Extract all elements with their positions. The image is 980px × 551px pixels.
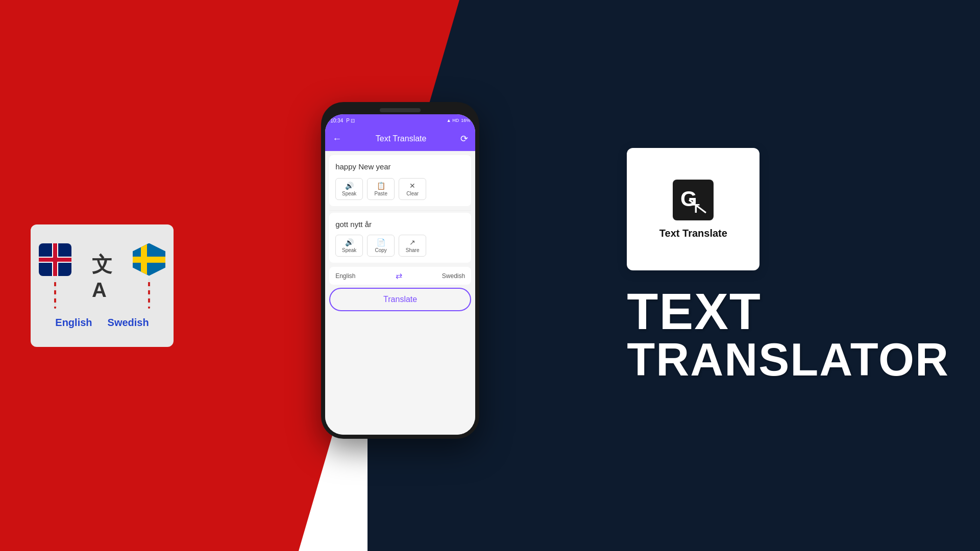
uk-flag-cross-v <box>53 243 57 276</box>
swedish-flag <box>133 243 165 276</box>
statusbar-time: 10:34 <box>330 118 343 123</box>
section-divider <box>329 210 471 211</box>
speak-output-icon: 🔊 <box>345 238 354 246</box>
output-area: gott nytt år 🔊 Speak 📄 Copy ↗ <box>329 213 471 263</box>
input-actions: 🔊 Speak 📋 Paste ✕ Clear <box>335 178 465 200</box>
statusbar: 10:34 P ⊡ ▲ HD 16% <box>325 114 475 127</box>
output-actions: 🔊 Speak 📄 Copy ↗ Share <box>335 235 465 257</box>
heading-line1: TEXT <box>627 286 949 337</box>
phone-notch <box>380 108 421 112</box>
statusbar-right: ▲ HD 16% <box>447 118 470 123</box>
english-label: English <box>55 317 92 329</box>
speak-input-label: Speak <box>342 191 356 196</box>
speak-output-label: Speak <box>342 247 356 253</box>
history-button[interactable]: ⟳ <box>460 133 468 144</box>
statusbar-left: 10:34 P ⊡ <box>330 118 355 123</box>
swedish-flag-pole <box>133 243 165 309</box>
phone-screen: 10:34 P ⊡ ▲ HD 16% ← Text Translate ⟳ <box>325 114 475 435</box>
language-selector: English ⇄ Swedish <box>329 267 471 285</box>
flags-row: 文A <box>39 243 165 309</box>
speak-input-icon: 🔊 <box>345 182 354 190</box>
share-icon: ↗ <box>409 238 415 246</box>
uk-flag <box>39 243 71 276</box>
main-layout: 文A English Swedish 10:34 P ⊡ <box>0 0 980 551</box>
clear-button[interactable]: ✕ Clear <box>399 178 426 200</box>
target-language-button[interactable]: Swedish <box>442 272 465 280</box>
uk-flag-pole <box>39 243 71 309</box>
translate-button[interactable]: Translate <box>329 288 471 311</box>
left-card: 文A English Swedish <box>31 224 174 347</box>
gt-logo: G T <box>673 180 714 220</box>
statusbar-signal: ▲ HD <box>447 118 459 123</box>
share-button[interactable]: ↗ Share <box>399 235 426 257</box>
phone-content: happy New year 🔊 Speak 📋 Paste <box>325 151 475 435</box>
phone-header: ← Text Translate ⟳ <box>325 127 475 151</box>
pole-stick-swedish <box>148 278 150 309</box>
copy-label: Copy <box>375 247 386 253</box>
speak-input-button[interactable]: 🔊 Speak <box>335 178 363 200</box>
statusbar-icons: P ⊡ <box>346 118 355 123</box>
phone-wrapper: 10:34 P ⊡ ▲ HD 16% ← Text Translate ⟳ <box>321 102 479 439</box>
back-button[interactable]: ← <box>332 134 341 144</box>
gt-title: Text Translate <box>659 228 727 239</box>
phone-title: Text Translate <box>376 134 427 143</box>
speak-output-button[interactable]: 🔊 Speak <box>335 235 363 257</box>
copy-icon: 📄 <box>377 238 385 246</box>
phone: 10:34 P ⊡ ▲ HD 16% ← Text Translate ⟳ <box>321 102 479 439</box>
statusbar-battery: 16% <box>461 118 470 123</box>
swap-languages-button[interactable]: ⇄ <box>396 271 402 281</box>
paste-label: Paste <box>374 191 387 196</box>
gt-card: G T Text Translate <box>627 148 760 270</box>
input-text[interactable]: happy New year <box>335 161 465 172</box>
heading-line2: TRANSLATOR <box>627 337 949 383</box>
right-content: G T Text Translate TEXT TRANSLATOR <box>627 148 949 383</box>
swedish-label: Swedish <box>108 317 149 329</box>
clear-icon: ✕ <box>409 182 415 190</box>
swedish-flag-cross <box>141 243 147 276</box>
flags-labels: English Swedish <box>55 317 149 329</box>
pole-stick-uk <box>54 278 56 309</box>
copy-button[interactable]: 📄 Copy <box>367 235 395 257</box>
source-language-button[interactable]: English <box>335 272 355 280</box>
paste-button[interactable]: 📋 Paste <box>367 178 395 200</box>
paste-icon: 📋 <box>377 182 385 190</box>
share-label: Share <box>406 247 420 253</box>
gt-logo-svg: G T <box>678 185 708 215</box>
clear-label: Clear <box>406 191 419 196</box>
input-area: happy New year 🔊 Speak 📋 Paste <box>329 155 471 206</box>
text-translator-heading: TEXT TRANSLATOR <box>627 286 949 383</box>
translate-xa-icon: 文A <box>92 251 112 302</box>
output-text: gott nytt år <box>335 219 465 230</box>
